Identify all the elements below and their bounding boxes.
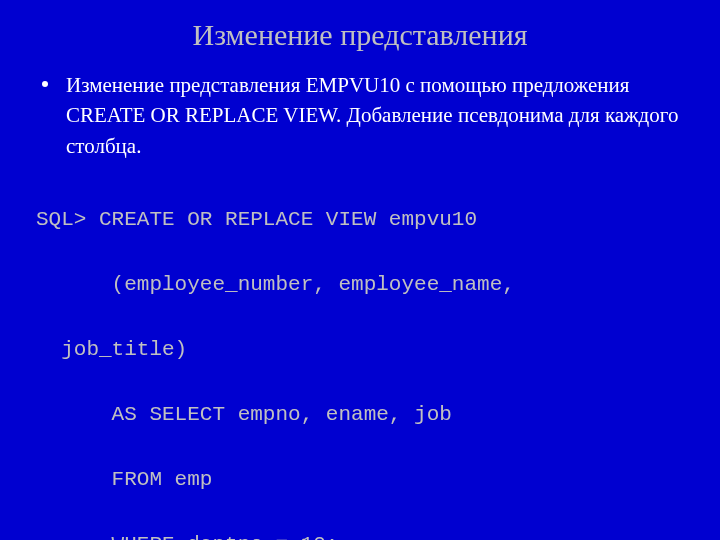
bullet-icon	[42, 81, 48, 87]
code-line-5: FROM emp	[36, 464, 684, 497]
code-block: SQL> CREATE OR REPLACE VIEW empvu10 (emp…	[36, 171, 684, 540]
bullet-text-1: Изменение представления EMPVU10 с помощь…	[66, 70, 684, 161]
code-line-6: WHERE deptno = 10;	[36, 529, 684, 540]
code-line-3: job_title)	[36, 334, 684, 367]
code-line-1: SQL> CREATE OR REPLACE VIEW empvu10	[36, 204, 684, 237]
slide-title: Изменение представления	[36, 18, 684, 52]
code-line-4: AS SELECT empno, ename, job	[36, 399, 684, 432]
bullet-item-1: Изменение представления EMPVU10 с помощь…	[36, 70, 684, 161]
code-line-2: (employee_number, employee_name,	[36, 269, 684, 302]
